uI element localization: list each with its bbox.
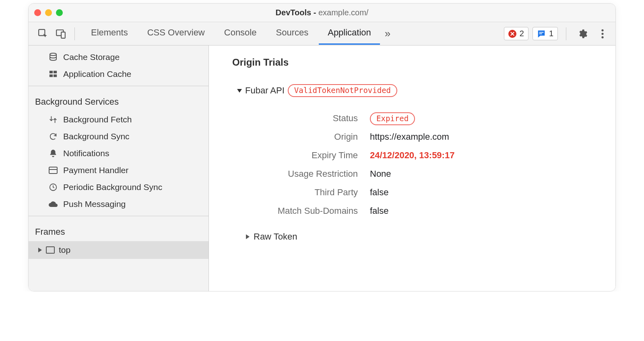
kv-key: Expiry Time [245, 150, 358, 161]
background-services-group: Background Services Background Fetch Bac… [29, 86, 208, 216]
expand-icon[interactable] [246, 234, 250, 239]
minimize-window-button[interactable] [45, 9, 52, 16]
tab-sources[interactable]: Sources [267, 23, 317, 45]
bell-icon [48, 148, 58, 159]
main-content: Origin Trials Fubar API ValidTokenNotPro… [209, 45, 615, 291]
frame-icon [46, 246, 55, 254]
grid-icon [48, 69, 58, 79]
card-icon [48, 165, 58, 176]
tab-application[interactable]: Application [319, 23, 380, 45]
sidebar-item-cache-storage[interactable]: Cache Storage [29, 49, 208, 66]
frame-top[interactable]: top [29, 241, 208, 259]
tab-elements[interactable]: Elements [82, 23, 137, 45]
trial-status-badge: ValidTokenNotProvided [288, 84, 397, 97]
svg-rect-13 [49, 167, 57, 174]
svg-rect-12 [54, 74, 57, 77]
sidebar-item-push-messaging[interactable]: Push Messaging [29, 196, 208, 213]
sidebar-item-payment-handler[interactable]: Payment Handler [29, 162, 208, 179]
sidebar-item-label: Push Messaging [63, 199, 126, 209]
message-icon [537, 29, 546, 38]
traffic-lights [34, 9, 63, 16]
sidebar-item-label: Periodic Background Sync [63, 182, 162, 192]
kv-third-party: Third Party false [245, 183, 610, 202]
panel-body: Cache Storage Application Cache Backgrou… [29, 45, 615, 291]
titlebar: DevTools - example.com/ [29, 4, 615, 22]
fetch-icon [48, 114, 58, 125]
sidebar-item-label: Background Fetch [63, 115, 132, 124]
kv-value: false [370, 206, 388, 216]
svg-rect-4 [539, 33, 542, 34]
svg-point-5 [601, 29, 603, 31]
title-bold: DevTools - [276, 8, 318, 17]
zoom-window-button[interactable] [56, 9, 63, 16]
cloud-icon [48, 199, 58, 209]
group-title: Frames [29, 219, 208, 241]
kv-origin: Origin https://example.com [245, 128, 610, 146]
sidebar-item-label: Payment Handler [63, 165, 128, 175]
cache-group: Cache Storage Application Cache [29, 45, 208, 86]
kv-key: Usage Restriction [245, 169, 358, 179]
svg-rect-10 [54, 71, 57, 73]
kv-usage: Usage Restriction None [245, 165, 610, 183]
messages-count: 1 [549, 29, 553, 38]
sidebar-item-notifications[interactable]: Notifications [29, 145, 208, 162]
sidebar-item-label: Cache Storage [63, 52, 120, 62]
kv-value: https://example.com [370, 132, 449, 142]
kv-key: Match Sub-Domains [245, 206, 358, 216]
kebab-menu-icon[interactable] [594, 26, 611, 41]
kv-match-subdomains: Match Sub-Domains false [245, 202, 610, 220]
svg-point-8 [50, 53, 56, 56]
status-badge: Expired [370, 112, 415, 125]
frame-label: top [59, 245, 70, 255]
svg-rect-2 [61, 32, 65, 38]
svg-point-7 [601, 36, 603, 38]
sidebar-item-label: Background Sync [63, 132, 130, 141]
kv-expiry: Expiry Time 24/12/2020, 13:59:17 [245, 146, 610, 165]
raw-token-row[interactable]: Raw Token [246, 231, 610, 242]
errors-count: 2 [520, 29, 524, 38]
close-window-button[interactable] [34, 9, 41, 16]
sidebar-item-application-cache[interactable]: Application Cache [29, 66, 208, 83]
collapse-icon[interactable] [237, 89, 242, 93]
svg-rect-11 [50, 74, 53, 77]
device-toolbar-icon[interactable] [53, 26, 69, 41]
more-tabs-icon[interactable]: » [382, 27, 394, 40]
kv-value: false [370, 187, 388, 198]
window-title: DevTools - example.com/ [29, 8, 615, 17]
divider [74, 27, 75, 40]
tab-console[interactable]: Console [215, 23, 266, 45]
trial-row[interactable]: Fubar API ValidTokenNotProvided [237, 84, 610, 97]
settings-icon[interactable] [574, 26, 590, 41]
kv-value: None [370, 169, 391, 179]
database-icon [48, 52, 58, 62]
expand-icon[interactable] [38, 248, 42, 252]
kv-value: 24/12/2020, 13:59:17 [370, 150, 454, 161]
devtools-window: DevTools - example.com/ Elements CSS Ove… [28, 3, 616, 291]
kv-status: Status Expired [245, 109, 610, 128]
section-heading: Origin Trials [232, 57, 610, 68]
trial-name: Fubar API [245, 85, 285, 96]
kv-key: Status [245, 113, 358, 124]
error-icon [508, 30, 516, 38]
tab-css-overview[interactable]: CSS Overview [138, 23, 214, 45]
sidebar-item-periodic-bg-sync[interactable]: Periodic Background Sync [29, 179, 208, 196]
divider [566, 27, 566, 40]
sidebar-item-background-sync[interactable]: Background Sync [29, 128, 208, 145]
title-thin: example.com/ [318, 8, 369, 17]
kv-key: Third Party [245, 187, 358, 198]
messages-pill[interactable]: 1 [533, 27, 558, 40]
sidebar-item-label: Application Cache [63, 69, 131, 79]
raw-token-label: Raw Token [254, 231, 297, 242]
panel-tabs: Elements CSS Overview Console Sources Ap… [82, 23, 380, 45]
svg-point-6 [601, 33, 603, 35]
clock-icon [48, 182, 58, 192]
kv-value: Expired [370, 113, 415, 124]
sidebar-item-background-fetch[interactable]: Background Fetch [29, 111, 208, 128]
errors-pill[interactable]: 2 [504, 27, 528, 40]
inspect-element-icon[interactable] [35, 26, 51, 41]
svg-rect-9 [50, 71, 53, 73]
toolbar-right: 2 1 [504, 26, 612, 41]
group-title: Background Services [29, 89, 208, 111]
sync-icon [48, 131, 58, 142]
svg-rect-3 [539, 32, 543, 33]
